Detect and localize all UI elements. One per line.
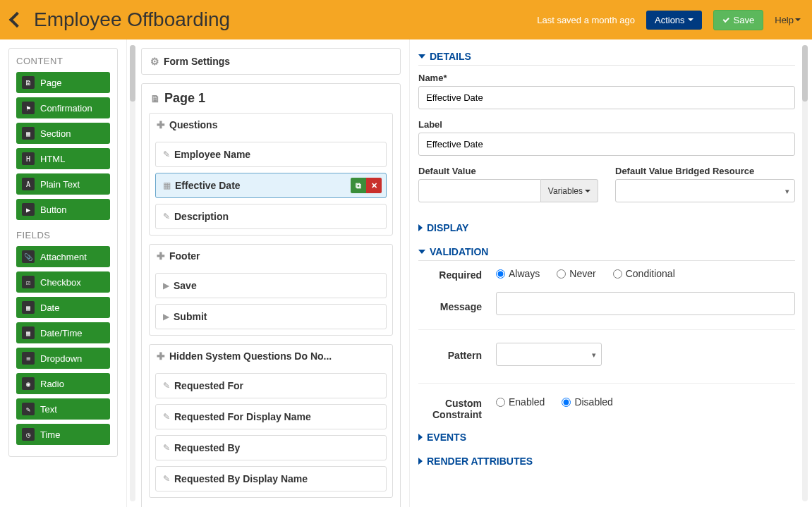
details-accordion-header[interactable]: DETAILS xyxy=(418,51,795,66)
radio-input[interactable] xyxy=(496,398,505,407)
puzzle-icon: ✚ xyxy=(157,250,165,262)
field-item-save[interactable]: ▶Save xyxy=(155,273,387,298)
custom-option-enabled[interactable]: Enabled xyxy=(496,396,545,408)
field-item-date[interactable]: ▦Date xyxy=(16,297,110,318)
required-label: Required xyxy=(418,268,482,281)
flag-icon: ⚑ xyxy=(22,102,35,114)
form-settings-box[interactable]: ⚙ Form Settings xyxy=(141,48,401,75)
render-attributes-accordion-header[interactable]: RENDER ATTRIBUTES xyxy=(418,456,795,470)
name-input[interactable] xyxy=(418,86,795,109)
play-icon: ▶ xyxy=(22,203,35,216)
check-icon: ☑ xyxy=(22,276,35,288)
variables-button[interactable]: Variables xyxy=(541,179,598,202)
message-input[interactable] xyxy=(496,292,795,315)
default-value-input[interactable] xyxy=(418,179,541,202)
name-field-label: Name* xyxy=(418,73,795,83)
field-item-label: Requested For xyxy=(174,380,243,391)
display-title: DISPLAY xyxy=(427,222,468,233)
pencil-icon: ✎ xyxy=(163,443,170,453)
copy-icon[interactable]: ⧉ xyxy=(351,178,366,193)
field-item-dropdown[interactable]: ≡Dropdown xyxy=(16,348,110,369)
field-item-requested-by-display-name[interactable]: ✎Requested By Display Name xyxy=(155,466,387,491)
field-item-attachment[interactable]: 📎Attachment xyxy=(16,246,110,267)
required-option-always[interactable]: Always xyxy=(496,268,540,279)
field-item-submit[interactable]: ▶Submit xyxy=(155,304,387,329)
pill-label: Page xyxy=(40,78,61,88)
radio-input[interactable] xyxy=(557,269,566,279)
radio-label-text: Disabled xyxy=(574,396,612,408)
header: Employee Offboarding Last saved a month … xyxy=(0,0,812,39)
render-title: RENDER ATTRIBUTES xyxy=(427,456,533,467)
field-item-requested-by[interactable]: ✎Requested By xyxy=(155,435,387,460)
help-link[interactable]: Help xyxy=(775,15,801,25)
field-item-text[interactable]: ✎Text xyxy=(16,398,110,420)
custom-option-disabled[interactable]: Disabled xyxy=(562,396,612,408)
delete-icon[interactable]: ✕ xyxy=(366,178,382,193)
section-title: Footer xyxy=(169,250,200,262)
content-item-button[interactable]: ▶Button xyxy=(16,199,110,220)
pill-label: Section xyxy=(40,128,71,139)
field-item-radio[interactable]: ◉Radio xyxy=(16,373,110,394)
page-label: Page 1 xyxy=(164,91,205,106)
form-settings-label: Form Settings xyxy=(164,56,230,67)
builder-column: ⚙ Form Settings 🗎 Page 1 ✚Questions✎Empl… xyxy=(127,39,409,507)
field-item-label: Requested By xyxy=(174,442,240,453)
chevron-right-icon xyxy=(418,458,423,465)
pill-label: Button xyxy=(40,204,67,215)
pencil-icon: ✎ xyxy=(163,149,170,159)
scrollbar[interactable] xyxy=(802,45,808,501)
calendar-icon: ▦ xyxy=(163,181,171,190)
page-title: Employee Offboarding xyxy=(34,8,526,31)
field-item-employee-name[interactable]: ✎Employee Name xyxy=(155,142,387,167)
actions-button-label: Actions xyxy=(655,15,685,25)
radio-input[interactable] xyxy=(496,269,505,279)
validation-accordion-header[interactable]: VALIDATION xyxy=(418,246,795,261)
page-box: 🗎 Page 1 ✚Questions✎Employee Name▦Effect… xyxy=(141,83,401,507)
back-icon[interactable] xyxy=(9,12,25,28)
page-icon: 🗎 xyxy=(150,93,160,104)
radio-input[interactable] xyxy=(613,269,622,279)
field-item-time[interactable]: ◷Time xyxy=(16,424,110,445)
events-accordion-header[interactable]: EVENTS xyxy=(418,432,795,446)
calendar-icon: ▦ xyxy=(22,301,35,314)
field-item-requested-for[interactable]: ✎Requested For xyxy=(155,373,387,398)
content-item-confirmation[interactable]: ⚑Confirmation xyxy=(16,97,110,118)
puzzle-icon: ✚ xyxy=(157,350,165,362)
field-item-checkbox[interactable]: ☑Checkbox xyxy=(16,271,110,293)
chevron-down-icon xyxy=(795,18,801,21)
play-icon: ▶ xyxy=(163,312,169,322)
content-item-page[interactable]: 🗎Page xyxy=(16,72,110,93)
pill-label: Checkbox xyxy=(40,277,81,288)
content-item-html[interactable]: HHTML xyxy=(16,148,110,169)
pattern-select[interactable] xyxy=(496,343,602,366)
field-item-effective-date[interactable]: ▦Effective Date⧉✕ xyxy=(155,173,387,198)
field-item-requested-for-display-name[interactable]: ✎Requested For Display Name xyxy=(155,404,387,429)
save-button[interactable]: Save xyxy=(713,10,764,30)
label-input[interactable] xyxy=(418,133,795,156)
field-item-label: Description xyxy=(174,211,229,222)
radio-input[interactable] xyxy=(562,398,571,407)
actions-button[interactable]: Actions xyxy=(646,11,702,30)
required-option-never[interactable]: Never xyxy=(557,268,595,279)
pill-label: Dropdown xyxy=(40,353,82,364)
pill-label: Date/Time xyxy=(40,328,82,338)
pill-label: Radio xyxy=(40,379,64,389)
scrollbar[interactable] xyxy=(130,45,135,501)
dot-icon: ◉ xyxy=(22,377,35,390)
pill-label: Confirmation xyxy=(40,103,92,114)
pill-label: Date xyxy=(40,303,59,313)
chevron-down-icon xyxy=(418,54,425,59)
calendar-icon: ▦ xyxy=(22,326,35,339)
clock-icon: ◷ xyxy=(22,428,35,441)
divider xyxy=(418,383,795,384)
chevron-down-icon xyxy=(688,18,693,21)
field-item-date-time[interactable]: ▦Date/Time xyxy=(16,322,110,343)
required-option-conditional[interactable]: Conditional xyxy=(613,268,675,279)
field-item-description[interactable]: ✎Description xyxy=(155,204,387,229)
display-accordion-header[interactable]: DISPLAY xyxy=(418,222,795,236)
content-item-section[interactable]: ▦Section xyxy=(16,123,110,144)
content-item-plain-text[interactable]: APlain Text xyxy=(16,173,110,195)
bridged-resource-select[interactable] xyxy=(615,179,795,202)
section-footer: ✚Footer▶Save▶Submit xyxy=(149,244,393,336)
field-item-label: Submit xyxy=(174,311,207,322)
